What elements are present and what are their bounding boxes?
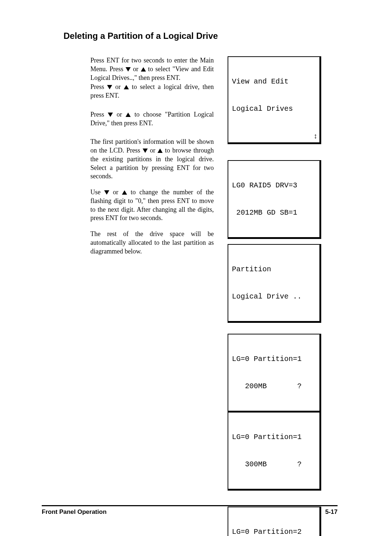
- p1-part-b: or: [133, 65, 140, 73]
- lcd-line: 200MB ?: [232, 382, 316, 391]
- lcd-line: Logical Drive ..: [232, 292, 316, 301]
- up-arrow-icon: [158, 149, 163, 153]
- up-arrow-icon: [124, 85, 129, 89]
- lcd-screen-2: LG0 RAID5 DRV=3 2012MB GD SB=1: [228, 160, 321, 239]
- page: Deleting a Partition of a Logical Drive …: [0, 0, 392, 536]
- instruction-column: Press ENT for two seconds to enter the M…: [90, 56, 214, 536]
- down-arrow-icon: [108, 113, 113, 117]
- up-arrow-icon: [141, 67, 146, 72]
- lcd-screen-3: Partition Logical Drive ..: [228, 244, 321, 323]
- p5-part-a: Use: [90, 188, 104, 196]
- p3-part-b: or: [117, 111, 126, 118]
- lcd-line: LG=0 Partition=2: [232, 527, 316, 536]
- up-arrow-icon: [122, 190, 127, 195]
- lcd-line: LG0 RAID5 DRV=3: [232, 181, 316, 190]
- lcd-line: LG=0 Partition=1: [232, 354, 316, 364]
- lcd-line: Logical Drives: [232, 104, 316, 113]
- paragraph-4: The first partition's information will b…: [90, 138, 214, 181]
- p3-part-a: Press: [90, 111, 108, 118]
- up-arrow-icon: [126, 113, 131, 117]
- down-arrow-icon: [143, 149, 148, 153]
- p4-part-b: or: [150, 147, 158, 154]
- p5-part-b: or: [113, 188, 122, 196]
- lcd-column: View and Edit Logical Drives ↕ LG0 RAID5…: [228, 56, 322, 536]
- lcd-line: 300MB ?: [232, 460, 316, 469]
- paragraph-3: Press or to choose "Partition Logical Dr…: [90, 110, 214, 128]
- lcd-line: Partition: [232, 265, 316, 274]
- section-heading: Deleting a Partition of a Logical Drive: [64, 31, 338, 41]
- lcd-line: View and Edit: [232, 77, 316, 86]
- down-arrow-icon: [107, 85, 112, 89]
- lcd-line: LG=0 Partition=1: [232, 433, 316, 442]
- page-footer: Front Panel Operation 5-17: [42, 505, 338, 516]
- lcd-line: 2012MB GD SB=1: [232, 208, 316, 217]
- down-arrow-icon: [104, 190, 109, 195]
- paragraph-1: Press ENT for two seconds to enter the M…: [90, 56, 214, 82]
- down-arrow-icon: [126, 67, 131, 72]
- footer-right: 5-17: [325, 508, 338, 516]
- p2-part-b: or: [115, 83, 124, 90]
- paragraph-2: Press or to select a logical drive, then…: [90, 83, 214, 100]
- footer-left: Front Panel Operation: [42, 508, 107, 516]
- paragraph-6: The rest of the drive space will be auto…: [90, 230, 214, 256]
- updown-arrow-icon: ↕: [314, 131, 317, 141]
- lcd-screen-4: LG=0 Partition=1 200MB ?: [228, 334, 321, 413]
- lcd-screen-1: View and Edit Logical Drives ↕: [228, 56, 321, 144]
- paragraph-5: Use or to change the number of the flash…: [90, 188, 214, 223]
- lcd-screen-5: LG=0 Partition=1 300MB ?: [228, 412, 321, 491]
- body-columns: Press ENT for two seconds to enter the M…: [64, 56, 338, 536]
- p2-part-a: Press: [90, 83, 107, 90]
- lcd-pair: LG=0 Partition=1 200MB ? LG=0 Partition=…: [228, 334, 322, 491]
